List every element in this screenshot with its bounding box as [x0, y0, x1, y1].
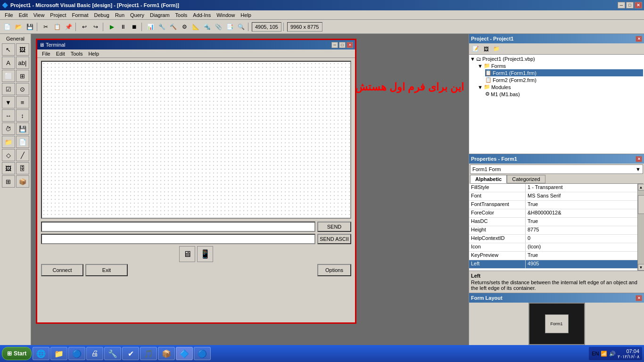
props-scroll-thumb[interactable] — [638, 195, 644, 214]
props-selector[interactable]: Form1 Form ▼ — [470, 165, 643, 174]
taskbar-btn10[interactable]: 🔵 — [194, 347, 211, 360]
menu-tools[interactable]: Tools — [173, 12, 190, 18]
taskbar-chrome[interactable]: 🔵 — [68, 347, 85, 360]
props-scrollbar[interactable]: ▲ ▼ — [637, 184, 644, 271]
menu-addins[interactable]: Add-Ins — [190, 12, 214, 18]
tool-shape[interactable]: ◇ — [2, 149, 15, 161]
options-button[interactable]: Options — [317, 264, 351, 276]
taskbar-btn6[interactable]: ✔ — [122, 347, 139, 360]
tb-new[interactable]: 📄 — [2, 22, 12, 32]
tool-dir[interactable]: 📁 — [2, 136, 15, 148]
form-menu-help[interactable]: Help — [85, 50, 102, 57]
tb-undo[interactable]: ↩ — [79, 22, 90, 32]
props-tab-categorized[interactable]: Categorized — [507, 175, 545, 183]
tool-cmd[interactable]: ⊞ — [16, 70, 29, 82]
project-panel-close[interactable]: ✕ — [636, 36, 642, 42]
tool-textbox[interactable]: ab| — [16, 57, 29, 69]
props-row[interactable]: HelpContextID0 — [469, 235, 637, 243]
tool-combo[interactable]: ▼ — [2, 96, 15, 108]
tree-m1[interactable]: ⚙ M1 (M1.bas) — [485, 90, 643, 98]
form-menu-file[interactable]: File — [39, 50, 53, 57]
send-ascii-input[interactable] — [41, 234, 315, 244]
tb-stop[interactable]: ⏹ — [129, 22, 140, 32]
form-menu-edit[interactable]: Edit — [53, 50, 68, 57]
tb-open[interactable]: 📂 — [13, 22, 24, 32]
tree-forms-folder[interactable]: ▼ 📁 Forms — [478, 62, 643, 69]
props-row[interactable]: Icon(Icon) — [469, 243, 637, 252]
send-button[interactable]: SEND — [317, 222, 351, 232]
tool-frame[interactable]: ⬜ — [2, 70, 15, 82]
start-button[interactable]: ⊞ Start — [2, 347, 32, 360]
props-row[interactable]: Height8775 — [469, 226, 637, 235]
tb-menu8[interactable]: 📑 — [224, 22, 235, 32]
tb-menu4[interactable]: ⚙ — [179, 22, 190, 32]
send-input[interactable] — [41, 222, 315, 232]
tb-paste[interactable]: 📌 — [63, 22, 74, 32]
tool-radio[interactable]: ⊙ — [16, 83, 29, 95]
tool-file[interactable]: 📄 — [16, 136, 29, 148]
tool-grid[interactable]: ⊞ — [2, 175, 15, 188]
menu-format[interactable]: Format — [69, 12, 91, 18]
menu-view[interactable]: View — [31, 12, 48, 18]
tool-drive[interactable]: 💾 — [16, 123, 29, 135]
taskbar-ie[interactable]: 🌐 — [33, 347, 50, 360]
fw-maximize[interactable]: □ — [339, 42, 346, 48]
menu-debug[interactable]: Debug — [91, 12, 112, 18]
props-tab-alphabetic[interactable]: Alphabetic — [470, 175, 507, 183]
taskbar-hp[interactable]: 🖨 — [86, 347, 103, 360]
tool-line[interactable]: ╱ — [16, 149, 29, 161]
taskbar-btn5[interactable]: 🔧 — [104, 347, 121, 360]
props-panel-close[interactable]: ✕ — [636, 156, 642, 162]
form-menu-tools[interactable]: Tools — [68, 50, 86, 57]
menu-run[interactable]: Run — [112, 12, 127, 18]
menu-window[interactable]: Window — [214, 12, 238, 18]
tb-cut[interactable]: ✂ — [41, 22, 51, 32]
tool-ole[interactable]: 📦 — [16, 175, 29, 188]
proj-toggle-folder[interactable]: 📁 — [492, 45, 501, 53]
props-row[interactable]: FillStyle1 - Transparent — [469, 184, 637, 192]
tree-form1[interactable]: 📋 Form1 (Form1.frm) — [485, 69, 643, 76]
connect-button[interactable]: Connect — [41, 264, 83, 276]
send-ascii-button[interactable]: SEND ASCII — [317, 234, 351, 244]
form-layout-form[interactable]: Form1 — [545, 314, 569, 333]
props-row[interactable]: HasDCTrue — [469, 218, 637, 226]
tool-image2[interactable]: 🖼 — [2, 162, 15, 174]
exit-button[interactable]: Exit — [85, 264, 128, 276]
tb-pause[interactable]: ⏸ — [118, 22, 128, 32]
tb-run[interactable]: ▶ — [107, 22, 117, 32]
props-row[interactable]: FontTransparentTrue — [469, 201, 637, 209]
tb-menu2[interactable]: 🔧 — [157, 22, 167, 32]
menu-edit[interactable]: Edit — [16, 12, 31, 18]
tool-list[interactable]: ≡ — [16, 96, 29, 108]
fw-minimize[interactable]: ─ — [331, 42, 338, 48]
proj-view-code[interactable]: 📝 — [471, 45, 480, 53]
props-scroll-track[interactable] — [638, 190, 644, 264]
terminal-icon1[interactable]: 🖥 — [179, 246, 195, 262]
tb-menu7[interactable]: 📎 — [213, 22, 223, 32]
proj-view-form[interactable]: 🖼 — [481, 45, 491, 53]
tb-menu5[interactable]: 📐 — [190, 22, 201, 32]
tb-menu6[interactable]: 🔩 — [202, 22, 212, 32]
props-scroll-down[interactable]: ▼ — [638, 264, 644, 271]
tool-vscroll[interactable]: ↕ — [16, 109, 29, 122]
taskbar-vb[interactable]: 🔷 — [176, 347, 193, 360]
taskbar-btn8[interactable]: 📦 — [158, 347, 175, 360]
props-row[interactable]: ForeColor&H80000012& — [469, 209, 637, 218]
tb-menu9[interactable]: 🔍 — [236, 22, 246, 32]
props-row[interactable]: Left4905 — [469, 260, 637, 269]
props-scroll-up[interactable]: ▲ — [638, 184, 644, 190]
taskbar-btn7[interactable]: 🎵 — [140, 347, 157, 360]
tool-data[interactable]: 🗄 — [16, 162, 29, 174]
tree-form2[interactable]: 📋 Form2 (Form2.frm) — [485, 76, 643, 83]
restore-button[interactable]: □ — [626, 2, 634, 8]
tb-save[interactable]: 💾 — [25, 22, 35, 32]
tb-menu3[interactable]: 🔨 — [168, 22, 178, 32]
props-row[interactable]: KeyPreviewTrue — [469, 252, 637, 260]
tool-label[interactable]: A — [2, 57, 15, 69]
tb-menu1[interactable]: 📊 — [145, 22, 156, 32]
tool-timer[interactable]: ⏱ — [2, 123, 15, 135]
tree-modules-folder[interactable]: ▼ 📁 Modules — [478, 83, 643, 90]
props-row[interactable]: FontMS Sans Serif — [469, 192, 637, 201]
tool-hscroll[interactable]: ↔ — [2, 109, 15, 122]
form-layout-close[interactable]: ✕ — [636, 295, 642, 301]
